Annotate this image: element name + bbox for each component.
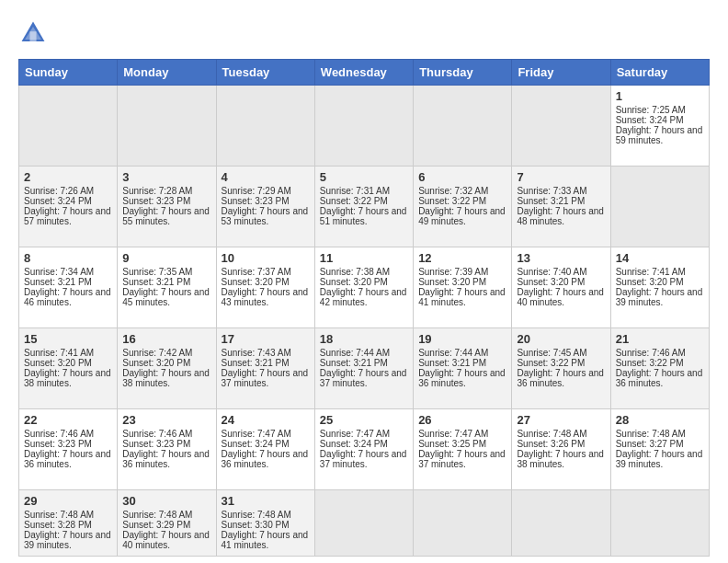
sunrise-text: Sunrise: 7:29 AM <box>222 186 310 196</box>
sunset-text: Sunset: 3:21 PM <box>418 358 506 368</box>
day-number: 7 <box>517 170 605 184</box>
sunrise-text: Sunrise: 7:38 AM <box>320 267 408 277</box>
sunset-text: Sunset: 3:22 PM <box>616 358 704 368</box>
logo-icon <box>18 18 48 48</box>
sunrise-text: Sunrise: 7:39 AM <box>418 267 506 277</box>
sunset-text: Sunset: 3:24 PM <box>24 196 112 206</box>
day-number: 14 <box>616 251 704 265</box>
day-number: 9 <box>122 251 210 265</box>
sunset-text: Sunset: 3:30 PM <box>222 520 310 530</box>
calendar-cell: 14Sunrise: 7:41 AMSunset: 3:20 PMDayligh… <box>610 247 709 328</box>
week-row-5: 22Sunrise: 7:46 AMSunset: 3:23 PMDayligh… <box>19 409 710 490</box>
sunset-text: Sunset: 3:20 PM <box>122 358 210 368</box>
calendar-cell: 28Sunrise: 7:48 AMSunset: 3:27 PMDayligh… <box>610 409 709 490</box>
calendar-cell: 2Sunrise: 7:26 AMSunset: 3:24 PMDaylight… <box>19 167 118 247</box>
day-number: 3 <box>122 170 210 184</box>
sunrise-text: Sunrise: 7:48 AM <box>222 510 310 520</box>
calendar-cell <box>512 86 610 167</box>
day-number: 1 <box>616 89 704 103</box>
sunrise-text: Sunrise: 7:40 AM <box>517 267 605 277</box>
day-number: 8 <box>24 251 112 265</box>
calendar-cell: 26Sunrise: 7:47 AMSunset: 3:25 PMDayligh… <box>414 409 512 490</box>
sunset-text: Sunset: 3:21 PM <box>517 196 605 206</box>
weekday-header-friday: Friday <box>512 60 610 86</box>
sunset-text: Sunset: 3:20 PM <box>24 358 112 368</box>
sunset-text: Sunset: 3:26 PM <box>517 439 605 449</box>
sunrise-text: Sunrise: 7:42 AM <box>122 348 210 358</box>
daylight-text: Daylight: 7 hours and 37 minutes. <box>320 368 408 388</box>
daylight-text: Daylight: 7 hours and 36 minutes. <box>122 449 210 469</box>
calendar-cell: 7Sunrise: 7:33 AMSunset: 3:21 PMDaylight… <box>512 167 610 247</box>
header <box>18 18 710 48</box>
day-number: 24 <box>222 413 310 427</box>
weekday-header-tuesday: Tuesday <box>216 60 314 86</box>
weekday-header-monday: Monday <box>118 60 216 86</box>
sunrise-text: Sunrise: 7:47 AM <box>418 429 506 439</box>
sunset-text: Sunset: 3:24 PM <box>616 115 704 125</box>
daylight-text: Daylight: 7 hours and 41 minutes. <box>222 530 310 550</box>
day-number: 5 <box>320 170 408 184</box>
sunrise-text: Sunrise: 7:32 AM <box>418 186 506 196</box>
page: SundayMondayTuesdayWednesdayThursdayFrid… <box>0 0 728 563</box>
day-number: 29 <box>24 494 112 508</box>
day-number: 22 <box>24 413 112 427</box>
calendar-cell: 27Sunrise: 7:48 AMSunset: 3:26 PMDayligh… <box>512 409 610 490</box>
sunrise-text: Sunrise: 7:37 AM <box>222 267 310 277</box>
sunset-text: Sunset: 3:22 PM <box>517 358 605 368</box>
sunrise-text: Sunrise: 7:48 AM <box>616 429 704 439</box>
sunrise-text: Sunrise: 7:33 AM <box>517 186 605 196</box>
day-number: 10 <box>222 251 310 265</box>
daylight-text: Daylight: 7 hours and 55 minutes. <box>122 206 210 226</box>
daylight-text: Daylight: 7 hours and 38 minutes. <box>24 368 112 388</box>
daylight-text: Daylight: 7 hours and 39 minutes. <box>24 530 112 550</box>
day-number: 17 <box>222 332 310 346</box>
day-number: 31 <box>222 494 310 508</box>
week-row-4: 15Sunrise: 7:41 AMSunset: 3:20 PMDayligh… <box>19 328 710 409</box>
sunrise-text: Sunrise: 7:28 AM <box>122 186 210 196</box>
calendar-cell: 9Sunrise: 7:35 AMSunset: 3:21 PMDaylight… <box>118 247 216 328</box>
sunset-text: Sunset: 3:23 PM <box>122 196 210 206</box>
day-number: 13 <box>517 251 605 265</box>
day-number: 30 <box>122 494 210 508</box>
daylight-text: Daylight: 7 hours and 36 minutes. <box>222 449 310 469</box>
day-number: 16 <box>122 332 210 346</box>
week-row-3: 8Sunrise: 7:34 AMSunset: 3:21 PMDaylight… <box>19 247 710 328</box>
calendar-cell: 3Sunrise: 7:28 AMSunset: 3:23 PMDaylight… <box>118 167 216 247</box>
day-number: 6 <box>418 170 506 184</box>
daylight-text: Daylight: 7 hours and 39 minutes. <box>616 287 704 307</box>
sunset-text: Sunset: 3:27 PM <box>616 439 704 449</box>
sunset-text: Sunset: 3:20 PM <box>320 277 408 287</box>
sunset-text: Sunset: 3:23 PM <box>222 196 310 206</box>
day-number: 26 <box>418 413 506 427</box>
calendar-cell: 11Sunrise: 7:38 AMSunset: 3:20 PMDayligh… <box>314 247 413 328</box>
day-number: 18 <box>320 332 408 346</box>
week-row-1: 1Sunrise: 7:25 AMSunset: 3:24 PMDaylight… <box>19 86 710 167</box>
day-number: 20 <box>517 332 605 346</box>
calendar-cell: 17Sunrise: 7:43 AMSunset: 3:21 PMDayligh… <box>216 328 314 409</box>
sunset-text: Sunset: 3:23 PM <box>24 439 112 449</box>
day-number: 15 <box>24 332 112 346</box>
sunrise-text: Sunrise: 7:44 AM <box>418 348 506 358</box>
daylight-text: Daylight: 7 hours and 36 minutes. <box>24 449 112 469</box>
sunset-text: Sunset: 3:21 PM <box>222 358 310 368</box>
sunset-text: Sunset: 3:21 PM <box>122 277 210 287</box>
sunset-text: Sunset: 3:28 PM <box>24 520 112 530</box>
daylight-text: Daylight: 7 hours and 41 minutes. <box>418 287 506 307</box>
daylight-text: Daylight: 7 hours and 39 minutes. <box>616 449 704 469</box>
daylight-text: Daylight: 7 hours and 40 minutes. <box>517 287 605 307</box>
weekday-header-row: SundayMondayTuesdayWednesdayThursdayFrid… <box>19 60 710 86</box>
sunset-text: Sunset: 3:20 PM <box>517 277 605 287</box>
day-number: 4 <box>222 170 310 184</box>
sunset-text: Sunset: 3:23 PM <box>122 439 210 449</box>
calendar-cell: 24Sunrise: 7:47 AMSunset: 3:24 PMDayligh… <box>216 409 314 490</box>
day-number: 11 <box>320 251 408 265</box>
calendar-cell <box>314 86 413 167</box>
calendar-cell: 13Sunrise: 7:40 AMSunset: 3:20 PMDayligh… <box>512 247 610 328</box>
daylight-text: Daylight: 7 hours and 36 minutes. <box>517 368 605 388</box>
day-number: 2 <box>24 170 112 184</box>
calendar-cell <box>314 490 413 557</box>
calendar-cell <box>414 86 512 167</box>
daylight-text: Daylight: 7 hours and 38 minutes. <box>517 449 605 469</box>
svg-rect-2 <box>29 31 36 41</box>
sunrise-text: Sunrise: 7:34 AM <box>24 267 112 277</box>
